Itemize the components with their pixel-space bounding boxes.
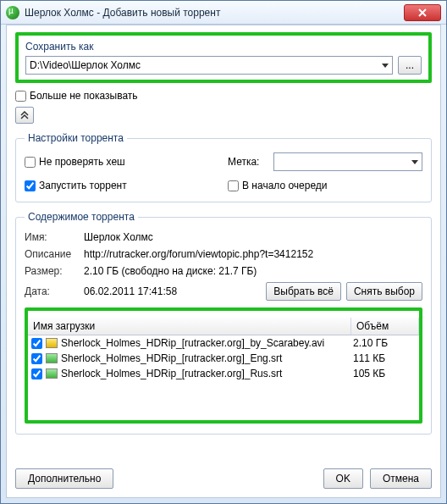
save-path-value: D:\Video\Шерлок Холмс <box>30 59 141 71</box>
desc-label: Описание <box>25 248 84 260</box>
file-checkbox[interactable] <box>31 338 42 349</box>
start-torrent-checkbox[interactable] <box>25 180 36 191</box>
file-table-body: Sherlock_Holmes_HDRip_[rutracker.org]_by… <box>28 335 419 420</box>
date-value: 06.02.2011 17:41:58 <box>84 285 261 297</box>
dont-show-row: Больше не показывать <box>15 90 432 102</box>
bottom-bar: Дополнительно OK Отмена <box>15 468 432 489</box>
start-torrent-label: Запустить торрент <box>39 180 127 191</box>
skip-hash-checkbox[interactable] <box>25 157 36 168</box>
file-row[interactable]: Sherlock_Holmes_HDRip_[rutracker.org]_Ru… <box>28 366 419 381</box>
settings-legend: Настройки торрента <box>25 132 127 144</box>
collapse-button[interactable] <box>15 107 34 124</box>
browse-button[interactable]: ... <box>398 56 422 75</box>
video-file-icon <box>46 338 58 348</box>
file-row[interactable]: Sherlock_Holmes_HDRip_[rutracker.org]_by… <box>28 335 419 351</box>
ok-button[interactable]: OK <box>323 468 363 489</box>
file-size: 2.10 ГБ <box>353 337 416 349</box>
file-list-highlight: Имя загрузки Объём Sherlock_Holmes_HDRip… <box>25 307 422 424</box>
file-table-header: Имя загрузки Объём <box>28 318 419 335</box>
name-value: Шерлок Холмс <box>84 231 422 243</box>
content-legend: Содержимое торрента <box>25 211 138 223</box>
torrent-content-group: Содержимое торрента Имя: Шерлок Холмс Оп… <box>15 211 432 435</box>
titlebar[interactable]: Шерлок Холмс - Добавить новый торрент <box>1 1 446 25</box>
skip-hash-label: Не проверять хеш <box>39 156 125 168</box>
tag-combo[interactable] <box>273 152 422 171</box>
date-label: Дата: <box>25 285 84 297</box>
chevron-down-icon <box>411 160 418 164</box>
col-name-header[interactable]: Имя загрузки <box>28 318 351 335</box>
file-name: Sherlock_Holmes_HDRip_[rutracker.org]_En… <box>61 352 350 364</box>
select-all-button[interactable]: Выбрать всё <box>266 282 341 301</box>
file-checkbox[interactable] <box>31 368 42 379</box>
save-path-combo[interactable]: D:\Video\Шерлок Холмс <box>25 56 393 75</box>
size-label: Размер: <box>25 265 84 277</box>
torrent-settings-group: Настройки торрента Не проверять хеш Метк… <box>15 132 432 202</box>
close-button[interactable] <box>404 4 441 21</box>
save-as-group: Сохранить как D:\Video\Шерлок Холмс ... <box>15 32 432 83</box>
file-name: Sherlock_Holmes_HDRip_[rutracker.org]_by… <box>61 337 350 349</box>
queue-first-label: В начало очереди <box>242 180 328 191</box>
close-icon <box>418 8 427 17</box>
cancel-button[interactable]: Отмена <box>370 468 432 489</box>
dont-show-checkbox[interactable] <box>15 91 26 102</box>
file-checkbox[interactable] <box>31 353 42 364</box>
file-row[interactable]: Sherlock_Holmes_HDRip_[rutracker.org]_En… <box>28 351 419 366</box>
tag-label: Метка: <box>228 156 270 168</box>
name-label: Имя: <box>25 231 84 243</box>
file-name: Sherlock_Holmes_HDRip_[rutracker.org]_Ru… <box>61 368 350 379</box>
size-value: 2.10 ГБ (свободно на диске: 21.7 ГБ) <box>84 265 422 277</box>
advanced-button[interactable]: Дополнительно <box>15 468 113 489</box>
file-size: 105 КБ <box>353 368 416 379</box>
deselect-button[interactable]: Снять выбор <box>346 282 422 301</box>
desc-value: http://rutracker.org/forum/viewtopic.php… <box>84 248 422 260</box>
window-title: Шерлок Холмс - Добавить новый торрент <box>25 7 220 19</box>
dialog-window: Шерлок Холмс - Добавить новый торрент Со… <box>0 0 447 504</box>
dont-show-label: Больше не показывать <box>30 90 138 102</box>
client-area: Сохранить как D:\Video\Шерлок Холмс ... … <box>6 25 441 498</box>
queue-first-checkbox[interactable] <box>228 180 239 191</box>
file-table: Имя загрузки Объём Sherlock_Holmes_HDRip… <box>28 318 419 420</box>
chevron-down-icon <box>382 64 389 68</box>
subtitle-file-icon <box>46 368 58 379</box>
subtitle-file-icon <box>46 353 58 363</box>
double-chevron-up-icon <box>20 111 29 119</box>
col-size-header[interactable]: Объём <box>351 318 419 335</box>
file-size: 111 КБ <box>353 352 416 364</box>
save-as-label: Сохранить как <box>25 41 422 53</box>
utorrent-icon <box>6 6 19 19</box>
